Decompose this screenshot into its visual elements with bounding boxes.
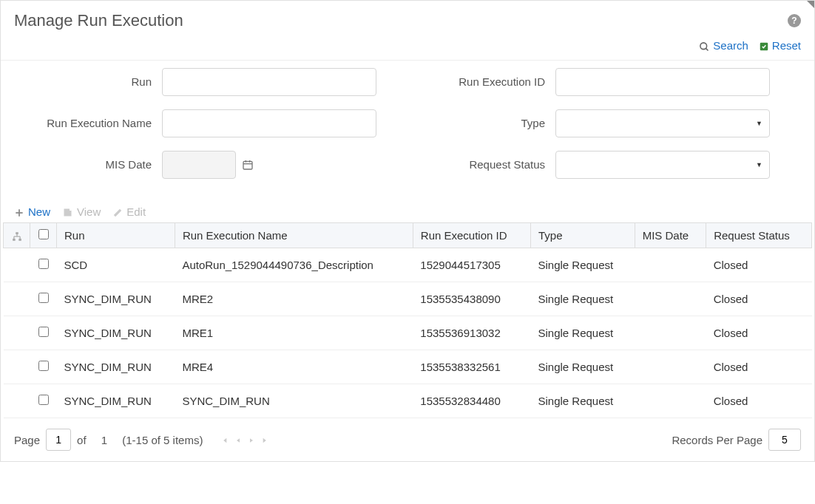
cell-exec-id: 1535538332561 xyxy=(413,350,530,384)
first-page-icon[interactable] xyxy=(220,435,228,446)
exec-id-input[interactable] xyxy=(555,68,770,96)
cell-type: Single Request xyxy=(530,350,635,384)
cell-mis-date xyxy=(635,316,706,350)
page-title: Manage Run Execution xyxy=(14,11,183,30)
search-reset-bar: Search Reset xyxy=(1,36,814,61)
cell-exec-id: 1535535438090 xyxy=(413,282,530,316)
rpp-label: Records Per Page xyxy=(672,434,762,446)
cell-type: Single Request xyxy=(530,384,635,418)
last-page-icon[interactable] xyxy=(262,435,269,446)
row-checkbox[interactable] xyxy=(38,361,49,371)
cell-run: SYNC_DIM_RUN xyxy=(57,350,175,384)
pagination-left: Page of 1 (1-15 of 5 items) xyxy=(14,429,269,451)
pager-arrows xyxy=(220,435,269,446)
cell-exec-name: MRE2 xyxy=(175,282,413,316)
col-exec-name[interactable]: Run Execution Name xyxy=(175,223,413,248)
cell-mis-date xyxy=(635,384,706,418)
col-type[interactable]: Type xyxy=(530,223,635,248)
svg-rect-9 xyxy=(16,233,18,235)
type-label: Type xyxy=(408,117,555,129)
prev-page-icon[interactable] xyxy=(235,435,241,446)
type-select[interactable] xyxy=(555,109,770,137)
cell-type: Single Request xyxy=(530,248,635,282)
select-all-checkbox[interactable] xyxy=(38,229,49,239)
total-pages: 1 xyxy=(101,434,107,446)
svg-rect-10 xyxy=(13,239,16,241)
cell-request-status: Closed xyxy=(706,248,812,282)
cell-exec-id: 1535532834480 xyxy=(413,384,530,418)
cell-request-status: Closed xyxy=(706,384,812,418)
col-request-status[interactable]: Request Status xyxy=(706,223,812,248)
row-checkbox[interactable] xyxy=(38,395,49,405)
new-button[interactable]: New xyxy=(14,205,50,218)
cell-exec-name: MRE4 xyxy=(175,350,413,384)
calendar-icon[interactable] xyxy=(242,158,254,171)
cell-run: SYNC_DIM_RUN xyxy=(57,282,175,316)
edit-icon xyxy=(112,205,123,218)
table-row[interactable]: SYNC_DIM_RUN SYNC_DIM_RUN 1535532834480 … xyxy=(4,384,812,418)
help-icon[interactable]: ? xyxy=(788,14,801,27)
page-header: Manage Run Execution ? xyxy=(1,1,814,36)
search-icon xyxy=(699,39,710,52)
search-button[interactable]: Search xyxy=(699,39,748,52)
table-row[interactable]: SYNC_DIM_RUN MRE2 1535535438090 Single R… xyxy=(4,282,812,316)
exec-id-label: Run Execution ID xyxy=(408,75,555,88)
corner-collapse-icon[interactable] xyxy=(807,1,814,8)
exec-name-label: Run Execution Name xyxy=(14,117,162,129)
mis-date-input[interactable] xyxy=(162,151,236,179)
view-button[interactable]: View xyxy=(62,205,101,219)
cell-exec-id: 1535536913032 xyxy=(413,316,530,350)
cell-exec-name: SYNC_DIM_RUN xyxy=(175,384,413,418)
run-input[interactable] xyxy=(162,68,376,96)
row-checkbox[interactable] xyxy=(38,327,49,337)
reset-button[interactable]: Reset xyxy=(759,39,801,52)
row-checkbox[interactable] xyxy=(38,293,49,303)
reset-label: Reset xyxy=(772,39,801,52)
plus-icon xyxy=(14,205,24,218)
exec-name-input[interactable] xyxy=(162,109,376,137)
svg-line-1 xyxy=(706,48,709,50)
cell-exec-name: AutoRun_1529044490736_Description xyxy=(175,248,413,282)
pagination-right: Records Per Page xyxy=(672,429,801,451)
tree-column-header xyxy=(4,223,30,248)
search-label: Search xyxy=(713,39,748,52)
cell-run: SCD xyxy=(57,248,175,282)
request-status-select[interactable] xyxy=(555,151,770,179)
request-status-label: Request Status xyxy=(408,158,555,171)
table-toolbar: New View Edit xyxy=(1,200,814,223)
page-input[interactable] xyxy=(46,429,71,451)
row-checkbox[interactable] xyxy=(38,259,49,269)
app-container: Manage Run Execution ? Search Reset Run … xyxy=(0,0,815,462)
cell-mis-date xyxy=(635,282,706,316)
cell-mis-date xyxy=(635,248,706,282)
results-table: Run Run Execution Name Run Execution ID … xyxy=(3,222,812,418)
edit-label: Edit xyxy=(126,205,146,218)
table-row[interactable]: SYNC_DIM_RUN MRE4 1535538332561 Single R… xyxy=(4,350,812,384)
cell-request-status: Closed xyxy=(706,316,812,350)
cell-mis-date xyxy=(635,350,706,384)
col-run[interactable]: Run xyxy=(57,223,175,248)
edit-button[interactable]: Edit xyxy=(112,205,146,218)
cell-type: Single Request xyxy=(530,282,635,316)
hierarchy-icon[interactable] xyxy=(12,230,22,242)
table-header-row: Run Run Execution Name Run Execution ID … xyxy=(4,223,812,248)
cell-type: Single Request xyxy=(530,316,635,350)
table-row[interactable]: SCD AutoRun_1529044490736_Description 15… xyxy=(4,248,812,282)
filter-form: Run Run Execution ID Run Execution Name … xyxy=(1,61,814,200)
next-page-icon[interactable] xyxy=(248,435,254,446)
reset-icon xyxy=(759,39,769,52)
checkbox-column-header xyxy=(30,223,57,248)
rpp-input[interactable] xyxy=(768,429,801,451)
col-mis-date[interactable]: MIS Date xyxy=(635,223,706,248)
run-label: Run xyxy=(14,75,162,88)
cell-request-status: Closed xyxy=(706,282,812,316)
cell-exec-name: MRE1 xyxy=(175,316,413,350)
cell-run: SYNC_DIM_RUN xyxy=(57,316,175,350)
svg-point-0 xyxy=(700,42,707,49)
page-label: Page xyxy=(14,434,40,446)
svg-rect-11 xyxy=(18,239,21,241)
table-row[interactable]: SYNC_DIM_RUN MRE1 1535536913032 Single R… xyxy=(4,316,812,350)
col-exec-id[interactable]: Run Execution ID xyxy=(413,223,530,248)
range-text: (1-15 of 5 items) xyxy=(122,434,203,446)
of-label: of xyxy=(77,434,87,446)
